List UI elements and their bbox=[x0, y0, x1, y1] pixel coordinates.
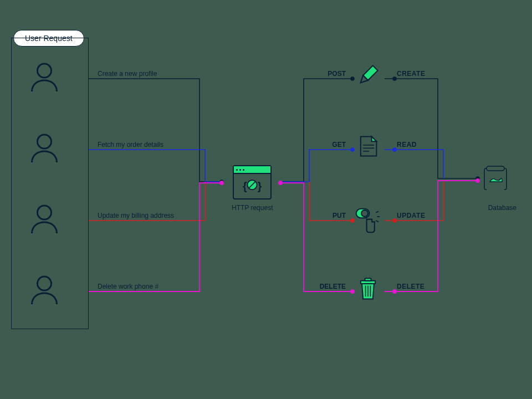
database-label: Database bbox=[488, 204, 516, 212]
svg-point-1 bbox=[38, 135, 52, 149]
document-icon bbox=[356, 134, 380, 158]
svg-point-30 bbox=[393, 148, 396, 151]
svg-text:{: { bbox=[243, 180, 247, 192]
svg-point-3 bbox=[38, 277, 52, 290]
crud-diagram: User Request Create a new profile Fetch … bbox=[0, 0, 532, 399]
method-label-put: PUT bbox=[319, 212, 346, 219]
method-label-get: GET bbox=[319, 141, 346, 149]
user-icon bbox=[28, 203, 61, 236]
method-label-post: POST bbox=[319, 70, 346, 78]
action-label-delete: Delete work phone # bbox=[98, 283, 158, 290]
svg-point-25 bbox=[220, 180, 223, 183]
svg-point-36 bbox=[393, 290, 396, 293]
trash-icon bbox=[356, 277, 380, 301]
svg-rect-24 bbox=[487, 166, 504, 171]
crud-label-update: UPDATE bbox=[397, 212, 425, 219]
action-label-update: Update my billing address bbox=[98, 212, 174, 219]
svg-point-35 bbox=[351, 290, 354, 293]
database-icon bbox=[482, 165, 510, 193]
svg-point-32 bbox=[393, 219, 396, 222]
svg-line-16 bbox=[376, 211, 378, 212]
cursor-click-icon bbox=[354, 206, 382, 235]
svg-point-26 bbox=[351, 77, 354, 80]
user-icon bbox=[28, 61, 61, 94]
svg-line-18 bbox=[376, 221, 378, 222]
svg-point-27 bbox=[393, 77, 396, 80]
action-label-read: Fetch my order details bbox=[98, 141, 163, 149]
svg-point-2 bbox=[38, 206, 52, 219]
svg-point-37 bbox=[476, 179, 479, 182]
method-label-delete: DELETE bbox=[319, 283, 346, 290]
crud-label-delete: DELETE bbox=[397, 283, 424, 290]
svg-rect-20 bbox=[365, 278, 371, 280]
svg-point-29 bbox=[351, 148, 354, 151]
pencil-icon bbox=[356, 63, 380, 88]
svg-point-33 bbox=[220, 181, 223, 185]
http-request-label: HTTP request bbox=[232, 204, 273, 212]
action-label-create: Create a new profile bbox=[98, 70, 157, 78]
svg-text:}: } bbox=[258, 180, 262, 192]
svg-point-15 bbox=[361, 210, 368, 217]
svg-point-28 bbox=[476, 177, 479, 180]
user-icon bbox=[28, 132, 61, 165]
svg-point-0 bbox=[38, 64, 52, 78]
crud-label-create: CREATE bbox=[397, 70, 425, 78]
svg-point-34 bbox=[279, 181, 282, 185]
http-request-box: { } bbox=[233, 165, 272, 200]
user-icon bbox=[28, 274, 61, 307]
crud-label-read: READ bbox=[397, 141, 417, 149]
